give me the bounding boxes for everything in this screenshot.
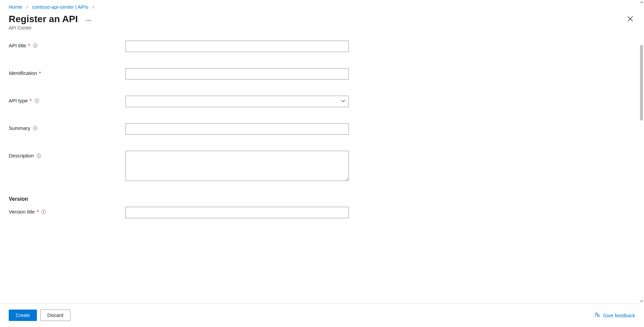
field-description: Description	[9, 151, 635, 182]
scroll-up-arrow-icon[interactable]	[639, 0, 644, 5]
api-type-label: API type	[9, 98, 28, 103]
page-header: Register an API	[0, 10, 644, 25]
svg-rect-17	[44, 212, 44, 213]
svg-point-16	[44, 211, 44, 211]
description-label: Description	[9, 153, 34, 158]
description-textarea[interactable]	[125, 151, 349, 181]
svg-point-2	[90, 20, 91, 21]
discard-button[interactable]: Discard	[40, 310, 70, 321]
field-api-title: API title *	[9, 41, 635, 52]
api-type-select[interactable]	[125, 96, 349, 107]
give-feedback-link[interactable]: Give feedback	[594, 312, 635, 319]
breadcrumb-center-link[interactable]: contoso-api-center | APIs	[32, 4, 88, 10]
breadcrumb: Home contoso-api-center | APIs	[0, 0, 644, 10]
page-subtitle: API Center	[0, 25, 644, 31]
footer: Create Discard Give feedback	[0, 303, 644, 327]
field-api-type: API type *	[9, 96, 635, 107]
svg-rect-5	[35, 45, 35, 47]
svg-point-10	[35, 127, 36, 128]
create-button[interactable]: Create	[9, 310, 37, 321]
svg-point-7	[37, 99, 37, 100]
chevron-right-icon	[25, 5, 29, 9]
chevron-right-icon	[92, 5, 95, 9]
svg-rect-14	[39, 155, 39, 157]
vertical-scrollbar[interactable]	[639, 0, 644, 303]
feedback-icon	[594, 312, 600, 319]
scroll-down-arrow-icon[interactable]	[639, 299, 644, 303]
info-icon[interactable]	[35, 98, 39, 103]
svg-point-13	[39, 154, 39, 155]
svg-rect-8	[37, 100, 37, 102]
scrollbar-track[interactable]	[639, 5, 644, 299]
version-title-input[interactable]	[125, 207, 349, 218]
field-summary: Summary	[9, 123, 635, 135]
identification-label: Identification	[9, 70, 37, 76]
version-title-label: Version title	[9, 209, 35, 215]
field-version-title: Version title *	[9, 207, 635, 218]
scrollbar-thumb[interactable]	[640, 45, 643, 121]
api-title-label: API title	[9, 43, 26, 48]
info-icon[interactable]	[33, 126, 38, 131]
identification-input[interactable]	[125, 68, 349, 80]
more-icon[interactable]	[86, 15, 91, 23]
close-icon	[627, 16, 633, 22]
give-feedback-label: Give feedback	[603, 313, 635, 318]
api-title-input[interactable]	[125, 41, 349, 52]
summary-input[interactable]	[125, 123, 349, 135]
svg-point-4	[35, 44, 36, 45]
summary-label: Summary	[9, 125, 30, 131]
required-indicator: *	[37, 209, 39, 215]
svg-point-18	[596, 313, 597, 314]
version-section-heading: Version	[9, 196, 635, 202]
field-identification: Identification *	[9, 68, 635, 80]
svg-point-0	[87, 20, 88, 21]
required-indicator: *	[30, 98, 32, 103]
form-area: API title * Identification * API	[0, 31, 644, 303]
info-icon[interactable]	[37, 153, 41, 158]
page-title: Register an API	[9, 14, 78, 25]
svg-point-1	[88, 20, 89, 21]
info-icon[interactable]	[41, 209, 46, 214]
required-indicator: *	[39, 70, 41, 76]
close-button[interactable]	[625, 14, 635, 24]
svg-rect-11	[35, 128, 36, 129]
required-indicator: *	[28, 43, 30, 48]
breadcrumb-home-link[interactable]: Home	[9, 4, 22, 10]
info-icon[interactable]	[33, 43, 38, 48]
